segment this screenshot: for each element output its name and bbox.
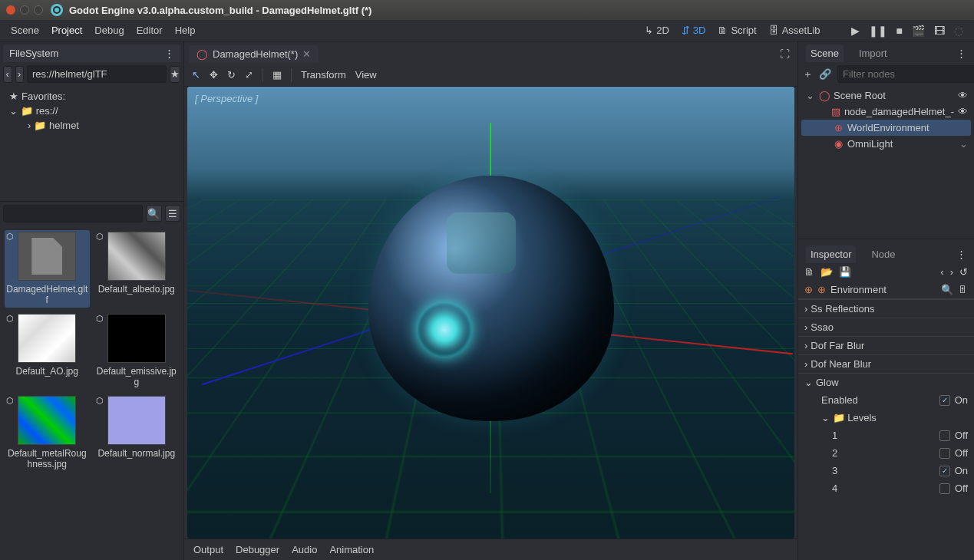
scene-tab[interactable]: ◯ DamagedHelmet(*) ✕ bbox=[189, 45, 319, 63]
file-thumb[interactable]: ⬡ Default_metalRoughness.jpg bbox=[5, 394, 90, 472]
file-thumb[interactable]: ⬡ Default_AO.jpg bbox=[5, 312, 90, 390]
prop-enabled[interactable]: Enabled On bbox=[798, 391, 974, 409]
workspace-script[interactable]: 🗎 Script bbox=[718, 25, 756, 36]
instance-scene-icon[interactable]: 🔗 bbox=[819, 68, 831, 80]
scale-tool-icon[interactable]: ⤢ bbox=[245, 69, 253, 81]
toggle-icon[interactable]: ⌄ bbox=[804, 90, 815, 101]
load-resource-icon[interactable]: 📂 bbox=[820, 266, 833, 278]
workspace-assetlib[interactable]: 🗄 AssetLib bbox=[769, 25, 820, 36]
prop-level[interactable]: 1 Off bbox=[798, 427, 974, 444]
prop-level[interactable]: 3 On bbox=[798, 462, 974, 479]
thumbnail-image bbox=[18, 232, 76, 281]
file-name: Default_emissive.jpg bbox=[96, 366, 178, 388]
tree-folder-helmet[interactable]: › 📁 helmet bbox=[5, 118, 179, 133]
menu-debug[interactable]: Debug bbox=[94, 25, 124, 36]
nav-back-button[interactable]: ‹ bbox=[3, 66, 12, 83]
dock-menu-icon[interactable]: ⋮ bbox=[956, 48, 966, 59]
section-row[interactable]: ›Dof Far Blur bbox=[798, 336, 974, 354]
search-icon[interactable]: 🔍 bbox=[146, 205, 162, 222]
close-tab-icon[interactable]: ✕ bbox=[302, 48, 311, 60]
add-node-icon[interactable]: ＋ bbox=[803, 68, 813, 81]
title-bar: Godot Engine v3.0.alpha.custom_build - D… bbox=[0, 0, 974, 20]
scene-tree-node[interactable]: ◉ OmniLight ⌄ bbox=[801, 136, 971, 152]
tools-icon[interactable]: 🎚 bbox=[958, 284, 968, 295]
pause-button[interactable]: ❚❚ bbox=[869, 25, 887, 37]
history-back-icon[interactable]: ‹ bbox=[940, 266, 943, 278]
nav-forward-button[interactable]: › bbox=[15, 66, 25, 83]
menu-scene[interactable]: Scene bbox=[11, 25, 39, 36]
select-tool-icon[interactable]: ↖ bbox=[192, 69, 200, 81]
tab-node[interactable]: Node bbox=[867, 245, 900, 263]
expand-icon[interactable]: ⌄ bbox=[959, 138, 968, 150]
checkbox-icon[interactable] bbox=[939, 395, 950, 406]
section-row[interactable]: ›Dof Near Blur bbox=[798, 354, 974, 373]
checkbox-icon[interactable] bbox=[939, 430, 950, 441]
workspace-2d[interactable]: ↳ 2D bbox=[645, 25, 669, 36]
perspective-label[interactable]: [ Perspective ] bbox=[195, 93, 258, 104]
favorites-section[interactable]: ★ Favorites: bbox=[5, 89, 179, 104]
tab-import[interactable]: Import bbox=[854, 44, 892, 62]
menu-editor[interactable]: Editor bbox=[137, 25, 163, 36]
window-minimize-icon[interactable] bbox=[20, 5, 29, 15]
distraction-free-icon[interactable]: ⛶ bbox=[777, 45, 793, 63]
tab-output[interactable]: Output bbox=[193, 544, 223, 555]
transform-menu[interactable]: Transform bbox=[301, 69, 346, 81]
play-custom-button[interactable]: 🎞 bbox=[934, 25, 945, 37]
tab-animation[interactable]: Animation bbox=[329, 544, 374, 555]
workspace-3d[interactable]: ⇵ 3D bbox=[682, 25, 706, 36]
window-maximize-icon[interactable] bbox=[34, 5, 43, 15]
new-resource-icon[interactable]: 🗎 bbox=[804, 266, 814, 278]
file-filter-input[interactable] bbox=[3, 205, 143, 222]
file-thumb[interactable]: ⬡ Default_albedo.jpg bbox=[94, 230, 180, 308]
tab-audio[interactable]: Audio bbox=[292, 544, 317, 555]
tree-root[interactable]: ⌄ 📁 res:// bbox=[5, 104, 179, 118]
section-glow[interactable]: ⌄Glow bbox=[798, 373, 974, 391]
scene-tree-node[interactable]: ⌄ ◯ Scene Root 👁 bbox=[801, 87, 971, 104]
menu-help[interactable]: Help bbox=[175, 25, 196, 36]
history-icon[interactable]: ↺ bbox=[959, 266, 968, 278]
scene-tree[interactable]: ⌄ ◯ Scene Root 👁 ▧ node_damagedHelmet_- … bbox=[798, 86, 974, 239]
visibility-icon[interactable]: 👁 bbox=[958, 90, 968, 101]
scene-tree-node[interactable]: ▧ node_damagedHelmet_- 👁 bbox=[801, 104, 971, 120]
scene-tree-node[interactable]: ⊕ WorldEnvironment bbox=[801, 120, 971, 136]
filesystem-tree[interactable]: ★ Favorites: ⌄ 📁 res:// › 📁 helmet bbox=[0, 86, 183, 201]
play-button[interactable]: ▶ bbox=[851, 25, 860, 37]
tab-inspector[interactable]: Inspector bbox=[806, 245, 856, 263]
search-props-icon[interactable]: 🔍 bbox=[941, 284, 953, 295]
view-mode-icon[interactable]: ☰ bbox=[165, 205, 181, 222]
save-resource-icon[interactable]: 💾 bbox=[839, 266, 851, 278]
prop-level[interactable]: 2 Off bbox=[798, 444, 974, 462]
section-row[interactable]: ›Ss Reflections bbox=[798, 299, 974, 318]
checkbox-icon[interactable] bbox=[939, 483, 950, 494]
menu-project[interactable]: Project bbox=[51, 25, 82, 36]
tab-debugger[interactable]: Debugger bbox=[236, 544, 279, 555]
file-thumb[interactable]: ⬡ Default_normal.jpg bbox=[94, 394, 180, 472]
inspector-properties[interactable]: ›Ss Reflections›Ssao›Dof Far Blur›Dof Ne… bbox=[798, 299, 974, 560]
prop-level[interactable]: 4 Off bbox=[798, 479, 974, 497]
history-forward-icon[interactable]: › bbox=[950, 266, 953, 278]
view-menu[interactable]: View bbox=[355, 69, 377, 81]
panel-menu-icon[interactable]: ⋮ bbox=[164, 48, 174, 59]
play-scene-button[interactable]: 🎬 bbox=[912, 25, 925, 37]
section-row[interactable]: ›Ssao bbox=[798, 318, 974, 336]
filter-nodes-input[interactable] bbox=[837, 65, 974, 83]
dock-menu-icon-2[interactable]: ⋮ bbox=[956, 249, 966, 260]
file-thumb[interactable]: ⬡ DamagedHelmet.gltf bbox=[5, 230, 90, 308]
file-thumb[interactable]: ⬡ Default_emissive.jpg bbox=[94, 312, 180, 390]
visibility-icon[interactable]: 👁 bbox=[958, 106, 968, 117]
tab-scene[interactable]: Scene bbox=[806, 44, 844, 62]
checkbox-icon[interactable] bbox=[939, 448, 950, 459]
viewport-3d[interactable]: [ Perspective ] bbox=[187, 87, 794, 539]
prop-label: Enabled bbox=[821, 394, 858, 406]
rotate-tool-icon[interactable]: ↻ bbox=[227, 69, 236, 81]
section-label: Dof Far Blur bbox=[811, 340, 864, 351]
favorite-button[interactable]: ★ bbox=[170, 66, 180, 83]
checkbox-icon[interactable] bbox=[939, 466, 950, 476]
snap-tool-icon[interactable]: ▦ bbox=[272, 69, 282, 81]
move-tool-icon[interactable]: ✥ bbox=[210, 69, 218, 81]
object-row[interactable]: ⊕ ⊕ Environment 🔍 🎚 bbox=[798, 281, 974, 299]
window-close-icon[interactable] bbox=[6, 5, 15, 15]
prop-levels-header[interactable]: ⌄ 📁 Levels bbox=[798, 409, 974, 427]
stop-button[interactable]: ■ bbox=[896, 25, 903, 37]
path-input[interactable] bbox=[27, 65, 167, 83]
